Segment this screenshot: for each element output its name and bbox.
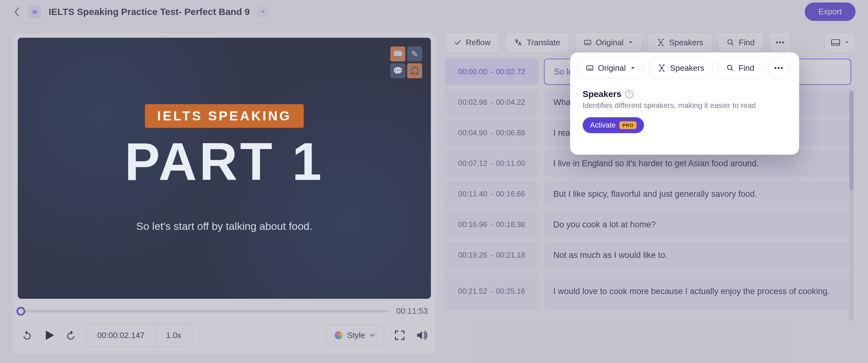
- svg-rect-8: [832, 39, 840, 45]
- video-duration: 00:11:53: [396, 306, 428, 316]
- transcript-row[interactable]: 00:21.52-00:25.16I would love to cook mo…: [445, 273, 851, 310]
- badge-pen-icon: ✎: [407, 47, 422, 61]
- playback-speed[interactable]: 1.0x: [155, 324, 192, 347]
- svg-point-12: [661, 67, 662, 68]
- transcript-text[interactable]: I would love to cook more because I actu…: [544, 273, 851, 310]
- volume-button[interactable]: [415, 329, 428, 341]
- svg-point-13: [727, 65, 732, 69]
- transcript-row[interactable]: 00:19.26-00:21.18Not as much as I would …: [445, 242, 851, 268]
- export-button[interactable]: Export: [805, 2, 856, 21]
- transcript-row[interactable]: 00:16.96-00:18.38Do you cook a lot at ho…: [445, 212, 851, 238]
- timestamp[interactable]: 00:04.90-00:06.88: [445, 120, 538, 146]
- popover-description: Identifies different speakers, making it…: [583, 101, 787, 110]
- rewind-button[interactable]: [21, 329, 33, 341]
- timestamp[interactable]: 00:11.40-00:16.66: [445, 181, 538, 207]
- transcript-text[interactable]: Not as much as I would like to.: [544, 242, 851, 268]
- video-caption: So let's start off by talking about food…: [136, 220, 312, 232]
- timestamp[interactable]: 00:16.96-00:18.38: [445, 212, 538, 238]
- popover-find-button[interactable]: Find: [718, 58, 763, 78]
- activate-label: Activate: [590, 121, 616, 130]
- transcript-row[interactable]: 00:11.40-00:16.66But I like spicy, flavo…: [445, 181, 851, 207]
- speakers-button[interactable]: Speakers: [648, 32, 713, 52]
- speakers-popover: Original Speakers Find Speakers ? Identi…: [570, 52, 799, 155]
- svg-rect-0: [585, 40, 591, 45]
- timestamp[interactable]: 00:00.00-00:02.72: [445, 59, 538, 85]
- layout-toggle-button[interactable]: [825, 32, 856, 52]
- back-button[interactable]: [12, 7, 21, 16]
- popover-original-label: Original: [598, 63, 626, 73]
- video-overlay-part: PART 1: [125, 131, 324, 192]
- video-panel: 📖 ✎ 💬 🎧 IELTS SPEAKING PART 1 So let's s…: [12, 32, 436, 354]
- timeline-thumb[interactable]: [17, 307, 25, 315]
- forward-button[interactable]: [64, 329, 77, 341]
- original-button[interactable]: Original: [575, 32, 642, 52]
- svg-point-2: [660, 42, 661, 43]
- style-button[interactable]: Style: [326, 325, 384, 345]
- popover-speakers-label: Speakers: [670, 63, 705, 73]
- popover-find-label: Find: [738, 63, 754, 73]
- play-button[interactable]: [43, 329, 55, 341]
- speakers-label: Speakers: [669, 38, 704, 48]
- scrollbar-thumb[interactable]: [849, 90, 854, 190]
- svg-point-6: [779, 41, 781, 43]
- project-title[interactable]: IELTS Speaking Practice Test- Perfect Ba…: [49, 6, 250, 17]
- transcript-text[interactable]: But I like spicy, flavorful and just gen…: [544, 181, 851, 207]
- svg-rect-10: [587, 66, 593, 70]
- reflow-button[interactable]: Reflow: [445, 32, 499, 52]
- add-button[interactable]: +: [257, 6, 269, 18]
- style-label: Style: [347, 331, 365, 340]
- svg-point-7: [782, 41, 784, 43]
- timeline-slider[interactable]: [21, 310, 389, 312]
- video-corner-badges: 📖 ✎ 💬 🎧: [391, 47, 422, 78]
- transcript-text[interactable]: Do you cook a lot at home?: [544, 212, 851, 238]
- current-time[interactable]: 00:00:02.147: [87, 324, 155, 347]
- svg-point-17: [781, 67, 783, 69]
- popover-more-button[interactable]: [768, 58, 789, 78]
- badge-book-icon: 📖: [391, 47, 405, 61]
- fullscreen-button[interactable]: [394, 329, 406, 341]
- find-label: Find: [739, 38, 754, 48]
- translate-button[interactable]: Translate: [505, 32, 569, 52]
- transcript-scrollbar[interactable]: [849, 90, 854, 321]
- svg-line-14: [731, 69, 733, 71]
- popover-original-button[interactable]: Original: [578, 58, 644, 78]
- svg-point-3: [728, 39, 732, 44]
- svg-point-15: [775, 67, 776, 69]
- help-icon[interactable]: ?: [625, 90, 633, 98]
- activate-button[interactable]: Activate PRO: [583, 117, 644, 133]
- reflow-label: Reflow: [466, 38, 490, 48]
- popover-speakers-button[interactable]: Speakers: [649, 58, 713, 78]
- svg-point-5: [776, 41, 778, 43]
- header: w IELTS Speaking Practice Test- Perfect …: [0, 0, 868, 24]
- badge-headphones-icon: 🎧: [407, 63, 422, 78]
- timestamp[interactable]: 00:07.12-00:11.00: [445, 150, 538, 176]
- more-button[interactable]: [769, 32, 791, 52]
- translate-label: Translate: [527, 38, 560, 48]
- timestamp[interactable]: 00:19.26-00:21.18: [445, 242, 538, 268]
- video-overlay-label: IELTS SPEAKING: [145, 104, 304, 128]
- timestamp[interactable]: 00:02.98-00:04.22: [445, 89, 538, 115]
- svg-point-16: [778, 67, 779, 69]
- popover-title: Speakers: [583, 89, 622, 99]
- style-swatch-icon: [335, 331, 343, 339]
- app-logo: w: [29, 6, 41, 18]
- svg-line-4: [732, 43, 734, 45]
- video-preview[interactable]: 📖 ✎ 💬 🎧 IELTS SPEAKING PART 1 So let's s…: [18, 38, 431, 299]
- timestamp[interactable]: 00:21.52-00:25.16: [445, 273, 538, 310]
- time-speed-box: 00:00:02.147 1.0x: [86, 324, 192, 347]
- pro-badge: PRO: [619, 121, 637, 129]
- original-label: Original: [596, 38, 624, 48]
- find-button[interactable]: Find: [718, 32, 764, 52]
- transcript-toolbar: Reflow Translate Original Speakers: [445, 32, 856, 52]
- badge-chat-icon: 💬: [391, 63, 405, 78]
